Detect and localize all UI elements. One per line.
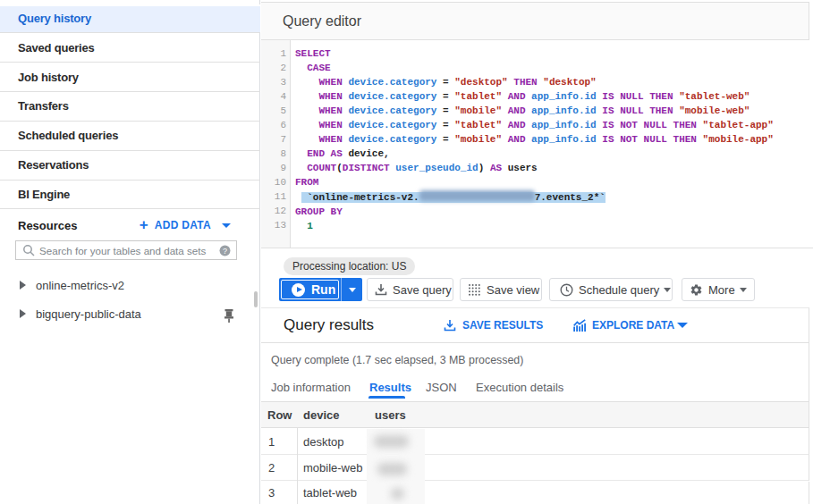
- svg-text:?: ?: [223, 246, 227, 255]
